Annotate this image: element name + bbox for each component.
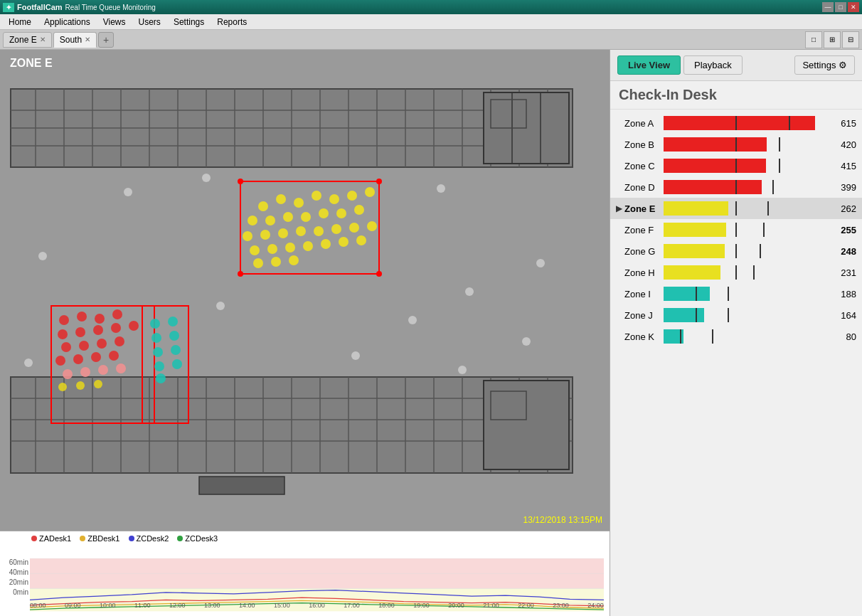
menu-applications[interactable]: Applications (38, 16, 96, 28)
tab-zone-e-close[interactable]: ✕ (40, 36, 46, 43)
menu-reports[interactable]: Reports (211, 16, 252, 28)
svg-point-64 (329, 194, 339, 204)
tab-add-icon: + (103, 34, 109, 46)
app-logo: ✦ (3, 3, 14, 12)
y-label-20: 20min (3, 578, 28, 586)
right-panel-header: Live View Playback Settings ⚙ (610, 50, 862, 81)
layout-grid4[interactable]: ⊟ (842, 31, 859, 48)
settings-button[interactable]: Settings ⚙ (794, 55, 855, 75)
zone-row-zone-c[interactable]: Zone C415 (610, 155, 862, 176)
zone-name-label-4: Zone E (624, 203, 664, 214)
zone-tick-7-0 (735, 265, 737, 280)
svg-point-96 (58, 329, 68, 339)
app-name: FootfallCam (17, 3, 63, 11)
right-panel: Live View Playback Settings ⚙ Check-In D… (610, 50, 862, 616)
tab-zone-e-label: Zone E (9, 35, 37, 45)
maximize-btn[interactable]: □ (835, 2, 846, 12)
svg-point-114 (76, 381, 85, 390)
zone-name-label-0: Zone A (624, 118, 664, 129)
chart-area: ZADesk1 ZBDesk1 ZCDesk2 ZCDesk3 (0, 531, 610, 616)
svg-point-97 (75, 327, 85, 337)
svg-point-69 (283, 212, 293, 222)
svg-point-79 (331, 224, 341, 234)
x-label-11: 11:00 (134, 602, 151, 609)
menu-home[interactable]: Home (3, 16, 37, 28)
menu-views[interactable]: Views (97, 16, 132, 28)
svg-point-122 (154, 361, 164, 371)
titlebar: ✦ FootfallCam Real Time Queue Monitoring… (0, 0, 862, 14)
layout-buttons: □ ⊞ ⊟ (805, 31, 859, 48)
zone-bar-8 (664, 287, 710, 301)
zone-tick-0-1 (789, 116, 790, 130)
zone-tick-10-1 (712, 329, 713, 344)
zone-name-label-8: Zone I (624, 289, 664, 299)
zone-name-label-10: Zone K (624, 331, 664, 342)
zone-tick-2-0 (735, 159, 737, 173)
legend-dot-zcdesk2 (129, 536, 134, 541)
zone-name-label-1: Zone B (624, 139, 664, 150)
svg-point-95 (112, 309, 122, 319)
zone-name-label-9: Zone J (624, 310, 664, 321)
layout-grid2[interactable]: ⊞ (824, 31, 841, 48)
svg-point-88 (356, 235, 366, 245)
svg-point-98 (93, 325, 103, 335)
minimize-btn[interactable]: — (822, 2, 834, 12)
legend-dot-zcdesk3 (177, 536, 183, 541)
zone-row-zone-i[interactable]: Zone I188 (610, 283, 862, 304)
zone-tick-5-0 (735, 223, 737, 237)
zone-row-zone-f[interactable]: Zone F255 (610, 219, 862, 240)
playback-button[interactable]: Playback (683, 55, 743, 75)
zone-bar-3 (664, 180, 762, 194)
zone-count-10: 80 (828, 331, 856, 342)
zone-tick-9-0 (696, 308, 697, 322)
x-label-24: 24:00 (587, 602, 604, 609)
tab-add-button[interactable]: + (98, 32, 114, 48)
layout-single[interactable]: □ (805, 31, 822, 48)
menu-users[interactable]: Users (133, 16, 166, 28)
svg-point-108 (109, 351, 119, 361)
zone-table: Zone A615Zone B420Zone C415Zone D399▶Zon… (610, 110, 862, 616)
zone-tick-5-1 (763, 223, 765, 237)
svg-point-92 (59, 315, 69, 325)
tab-south[interactable]: South ✕ (53, 32, 97, 48)
zone-bar-6 (664, 244, 725, 258)
zone-bar-container-10 (664, 329, 824, 344)
tab-zone-e[interactable]: Zone E ✕ (3, 32, 52, 48)
zone-row-zone-j[interactable]: Zone J164 (610, 304, 862, 326)
svg-point-57 (376, 271, 382, 277)
zone-row-zone-g[interactable]: Zone G248 (610, 240, 862, 262)
zone-row-zone-e[interactable]: ▶Zone E262 (610, 198, 862, 219)
svg-point-107 (91, 352, 101, 362)
svg-point-110 (80, 367, 90, 377)
svg-point-105 (55, 356, 65, 366)
svg-point-111 (98, 365, 108, 375)
zone-row-zone-h[interactable]: Zone H231 (610, 262, 862, 283)
zone-name-label-7: Zone H (624, 267, 664, 278)
svg-point-93 (77, 312, 87, 322)
zone-arrow-4: ▶ (616, 203, 624, 213)
svg-point-127 (465, 287, 474, 296)
svg-point-78 (314, 226, 324, 236)
svg-point-103 (97, 339, 107, 349)
zone-name-label-6: Zone G (624, 246, 664, 257)
svg-point-85 (303, 241, 313, 251)
zone-bar-2 (664, 159, 766, 173)
live-view-button[interactable]: Live View (617, 55, 681, 75)
zone-row-zone-b[interactable]: Zone B420 (610, 134, 862, 155)
zone-row-zone-a[interactable]: Zone A615 (610, 112, 862, 134)
zone-bar-container-7 (664, 265, 824, 280)
svg-point-62 (294, 198, 304, 208)
zone-tick-3-1 (772, 180, 774, 194)
svg-point-75 (260, 230, 270, 240)
legend-zbdesk1: ZBDesk1 (80, 534, 119, 543)
close-btn[interactable]: ✕ (848, 2, 859, 12)
zone-row-zone-d[interactable]: Zone D399 (610, 176, 862, 198)
zone-name-label-2: Zone C (624, 161, 664, 171)
tab-south-close[interactable]: ✕ (85, 36, 90, 43)
menu-settings[interactable]: Settings (168, 16, 210, 28)
zone-tick-9-1 (728, 308, 729, 322)
svg-point-118 (151, 333, 161, 343)
chart-x-labels: 08:00 09:00 10:00 11:00 12:00 13:00 14:0… (30, 602, 604, 609)
svg-point-54 (238, 179, 243, 184)
zone-row-zone-k[interactable]: Zone K80 (610, 326, 862, 347)
